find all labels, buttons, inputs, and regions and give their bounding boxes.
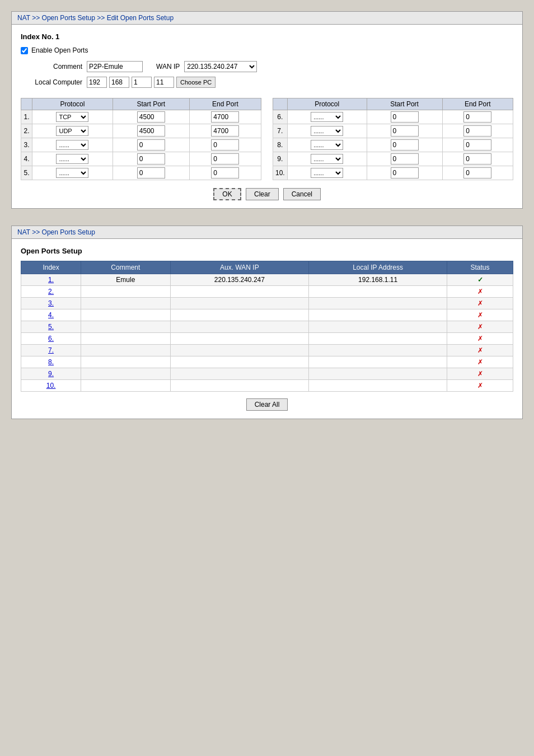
- start-port-input[interactable]: [137, 125, 165, 137]
- end-port-input[interactable]: [211, 153, 239, 165]
- left-table-body: 1.......TCPUDPTCP/UDP2.......TCPUDPTCP/U…: [21, 110, 261, 180]
- index-link[interactable]: 7.: [48, 346, 54, 354]
- enable-checkbox[interactable]: [21, 47, 28, 54]
- right-table-row: 10.......TCPUDPTCP/UDP: [273, 166, 513, 180]
- setup-wan-cell: [170, 309, 309, 321]
- index-link[interactable]: 6.: [48, 335, 54, 342]
- start-port-input[interactable]: [137, 111, 165, 123]
- cancel-button[interactable]: Cancel: [283, 188, 321, 200]
- setup-table-row: 10.✗: [21, 380, 513, 392]
- setup-wan-cell: [170, 286, 309, 298]
- wan-ip-label: WAN IP: [156, 63, 180, 71]
- end-port-input[interactable]: [463, 167, 491, 179]
- ip-input-1[interactable]: [87, 77, 107, 88]
- index-link[interactable]: 2.: [48, 288, 54, 295]
- ip-input-2[interactable]: [109, 77, 129, 88]
- end-port-input[interactable]: [463, 125, 491, 137]
- setup-comment-cell: [81, 298, 170, 309]
- end-port-input[interactable]: [211, 111, 239, 123]
- end-port-input[interactable]: [211, 125, 239, 137]
- start-port-input[interactable]: [137, 139, 165, 151]
- start-port-input[interactable]: [391, 125, 419, 137]
- setup-th-status: Status: [447, 261, 513, 274]
- open-ports-setup-panel: NAT >> Open Ports Setup Open Ports Setup…: [11, 226, 523, 419]
- setup-status-cell: ✗: [447, 333, 513, 345]
- row-num: 6.: [273, 110, 288, 124]
- comment-input[interactable]: [87, 61, 143, 72]
- setup-index-cell: 10.: [21, 380, 81, 392]
- proto-select[interactable]: ......TCPUDPTCP/UDP: [311, 168, 343, 178]
- start-port-input[interactable]: [391, 111, 419, 123]
- clear-all-button[interactable]: Clear All: [246, 398, 288, 411]
- setup-comment-cell: [81, 380, 170, 392]
- ip-input-4[interactable]: [154, 77, 174, 88]
- setup-wan-cell: [170, 298, 309, 309]
- setup-wan-cell: [170, 356, 309, 368]
- wan-ip-select[interactable]: 220.135.240.247: [184, 61, 257, 72]
- end-port-input[interactable]: [211, 167, 239, 179]
- index-link[interactable]: 9.: [48, 370, 54, 378]
- end-port-input[interactable]: [463, 111, 491, 123]
- clear-button[interactable]: Clear: [246, 188, 279, 200]
- index-link[interactable]: 5.: [48, 323, 54, 331]
- left-th-start: Start Port: [113, 98, 189, 110]
- right-table-row: 9.......TCPUDPTCP/UDP: [273, 152, 513, 166]
- row-num: 8.: [273, 138, 288, 152]
- proto-select[interactable]: ......TCPUDPTCP/UDP: [311, 140, 343, 150]
- end-port-input[interactable]: [463, 139, 491, 151]
- setup-wan-cell: 220.135.240.247: [170, 274, 309, 286]
- start-port-cell: [367, 110, 442, 124]
- proto-select[interactable]: ......TCPUDPTCP/UDP: [311, 112, 343, 122]
- setup-local-cell: [309, 333, 447, 345]
- start-port-input[interactable]: [391, 139, 419, 151]
- end-port-cell: [189, 110, 261, 124]
- panel1-btn-row: OK Clear Cancel: [21, 188, 513, 200]
- left-table-row: 3.......TCPUDPTCP/UDP: [21, 138, 261, 152]
- local-computer-row: Local Computer Choose PC: [21, 77, 513, 88]
- proto-cell: ......TCPUDPTCP/UDP: [287, 124, 367, 138]
- start-port-cell: [113, 166, 189, 180]
- start-port-input[interactable]: [137, 153, 165, 165]
- start-port-cell: [367, 138, 442, 152]
- proto-select[interactable]: ......TCPUDPTCP/UDP: [56, 140, 88, 150]
- setup-status-cell: ✗: [447, 286, 513, 298]
- setup-status-cell: ✗: [447, 356, 513, 368]
- start-port-cell: [113, 110, 189, 124]
- left-th-proto: Protocol: [32, 98, 113, 110]
- proto-select[interactable]: ......TCPUDPTCP/UDP: [56, 154, 88, 164]
- index-link[interactable]: 4.: [48, 311, 54, 319]
- left-port-table-container: Protocol Start Port End Port 1.......TCP…: [21, 92, 261, 180]
- proto-select[interactable]: ......TCPUDPTCP/UDP: [311, 126, 343, 136]
- proto-cell: ......TCPUDPTCP/UDP: [32, 152, 113, 166]
- comment-value-group: WAN IP 220.135.240.247: [87, 61, 257, 72]
- row-num: 7.: [273, 124, 288, 138]
- setup-comment-cell: [81, 286, 170, 298]
- right-th-end: End Port: [442, 98, 513, 110]
- index-link[interactable]: 3.: [48, 299, 54, 307]
- setup-wan-cell: [170, 368, 309, 380]
- index-link[interactable]: 10.: [46, 382, 56, 389]
- setup-comment-cell: [81, 356, 170, 368]
- start-port-input[interactable]: [391, 167, 419, 179]
- setup-local-cell: [309, 356, 447, 368]
- proto-select[interactable]: ......TCPUDPTCP/UDP: [56, 168, 88, 178]
- setup-comment-cell: [81, 309, 170, 321]
- start-port-input[interactable]: [137, 167, 165, 179]
- proto-select[interactable]: ......TCPUDPTCP/UDP: [56, 112, 88, 122]
- proto-select[interactable]: ......TCPUDPTCP/UDP: [311, 154, 343, 164]
- setup-index-cell: 5.: [21, 321, 81, 333]
- setup-section-title: Open Ports Setup: [21, 247, 513, 255]
- end-port-input[interactable]: [463, 153, 491, 165]
- index-link[interactable]: 1.: [48, 276, 54, 284]
- setup-index-cell: 8.: [21, 356, 81, 368]
- ok-button[interactable]: OK: [213, 188, 241, 200]
- start-port-input[interactable]: [391, 153, 419, 165]
- end-port-input[interactable]: [211, 139, 239, 151]
- proto-select[interactable]: ......TCPUDPTCP/UDP: [56, 126, 88, 136]
- local-computer-value-group: Choose PC: [87, 77, 216, 88]
- local-computer-label: Local Computer: [21, 78, 82, 86]
- left-table-row: 4.......TCPUDPTCP/UDP: [21, 152, 261, 166]
- ip-input-3[interactable]: [132, 77, 152, 88]
- index-link[interactable]: 8.: [48, 358, 54, 366]
- choose-pc-button[interactable]: Choose PC: [176, 77, 216, 88]
